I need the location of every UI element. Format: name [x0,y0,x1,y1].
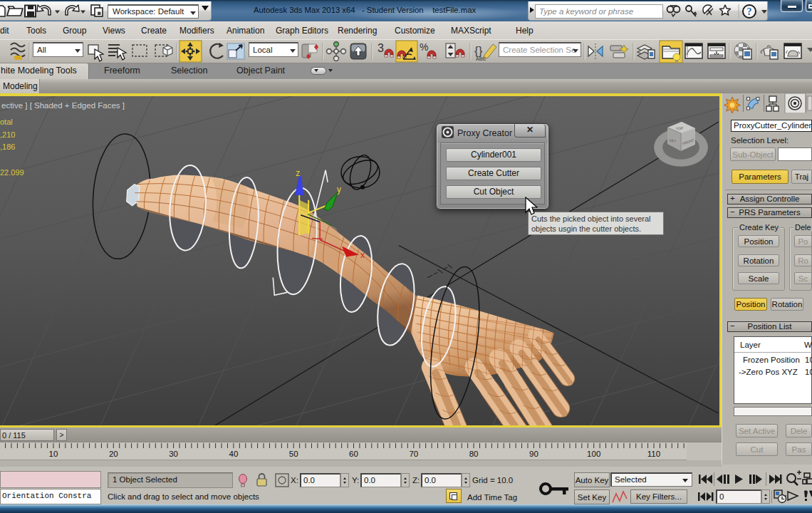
svg-text:100: 100 [587,450,600,458]
svg-text:z: z [296,168,300,178]
svg-text:10: 10 [49,450,58,458]
svg-text:y: y [337,185,341,195]
svg-text:20: 20 [109,450,118,458]
svg-text:70: 70 [409,450,418,458]
svg-text:3: 3 [378,42,384,54]
svg-text:90: 90 [529,450,538,458]
svg-text:x: x [360,250,365,260]
svg-text:50: 50 [289,450,298,458]
svg-text:%: % [420,41,428,53]
svg-text:80: 80 [469,450,479,458]
svg-text:40: 40 [229,450,239,458]
svg-text:30: 30 [169,450,178,458]
svg-text:110: 110 [647,450,660,458]
svg-text:?: ? [747,6,752,17]
svg-text:ABC: ABC [476,56,486,61]
svg-text:60: 60 [349,450,358,458]
